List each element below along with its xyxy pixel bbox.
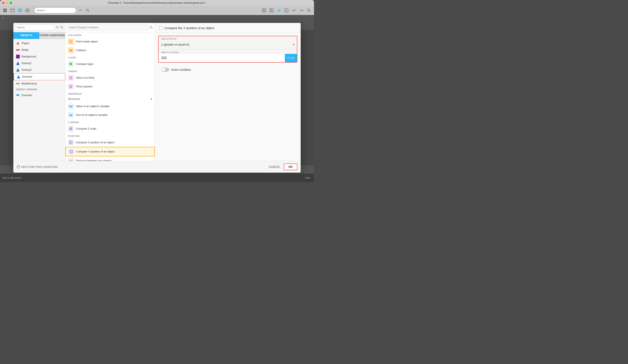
svg-point-12 bbox=[86, 9, 88, 11]
undo-icon[interactable]: ↩ bbox=[291, 7, 297, 14]
sign-value-row: ≥ (greater or equal to) ▾ bbox=[159, 40, 297, 50]
condition-distance[interactable]: Distance between two objects bbox=[65, 156, 155, 161]
condition-icon bbox=[68, 126, 74, 132]
condition-search-icon[interactable] bbox=[150, 26, 153, 29]
object-label: Bullet bbox=[22, 48, 28, 51]
minimize-button[interactable] bbox=[6, 2, 8, 4]
ok-button[interactable]: OK bbox=[284, 164, 297, 170]
object-tabs: OBJECTS OTHER CONDITIONS bbox=[13, 32, 65, 39]
filter-icon[interactable] bbox=[56, 26, 59, 29]
conditions-list: COLLISION Point inside object bbox=[65, 32, 155, 161]
global-search-icon[interactable] bbox=[306, 7, 312, 14]
svg-marker-34 bbox=[16, 68, 20, 71]
condition-search-input[interactable] bbox=[67, 25, 149, 30]
object-group-enemies[interactable]: Enemies bbox=[13, 92, 65, 99]
svg-rect-44 bbox=[71, 50, 72, 51]
toolbar-search-input[interactable] bbox=[34, 7, 76, 13]
maximize-button[interactable] bbox=[9, 2, 12, 4]
invert-toggle[interactable] bbox=[161, 68, 169, 72]
condition-timer-paused[interactable]: U Timer paused bbox=[65, 82, 155, 91]
chevron-down-icon: ▾ bbox=[151, 97, 152, 101]
save-as-icon[interactable]: + bbox=[268, 7, 275, 14]
condition-search-bar bbox=[65, 23, 155, 32]
condition-structures[interactable]: Structures ▾ bbox=[65, 96, 155, 102]
object-item-enemy2[interactable]: Enemy2 bbox=[13, 66, 65, 73]
condition-z-order[interactable]: Compare Z order bbox=[65, 124, 155, 133]
tab-objects[interactable]: OBJECTS bbox=[13, 32, 39, 39]
scenes-icon[interactable] bbox=[9, 7, 16, 14]
condition-var-text[interactable]: Var Text of an object's variable bbox=[65, 111, 155, 120]
object-label: Background bbox=[22, 55, 36, 58]
object-item-enemy3[interactable]: Enemy3 bbox=[13, 73, 65, 80]
export-icon[interactable]: ⇧ bbox=[283, 7, 290, 14]
object-search-input[interactable] bbox=[15, 25, 54, 30]
help-button[interactable]: ? HELP FOR THIS CONDITION bbox=[17, 165, 58, 169]
toolbar-search-icon[interactable] bbox=[84, 7, 91, 14]
play-icon[interactable] bbox=[17, 7, 23, 14]
sigma-icon: Σ bbox=[287, 56, 289, 60]
condition-point-inside[interactable]: Point inside object bbox=[65, 37, 155, 46]
right-header: Compare the Y position of an object. bbox=[155, 23, 301, 32]
middle-panel: COLLISION Point inside object bbox=[65, 23, 155, 161]
events-icon[interactable] bbox=[24, 7, 31, 14]
svg-point-42 bbox=[70, 41, 72, 42]
svg-text:Y: Y bbox=[70, 151, 72, 153]
tab-other-conditions[interactable]: OTHER CONDITIONS bbox=[39, 32, 65, 39]
condition-label: Compare Y position of an object bbox=[76, 150, 115, 153]
condition-icon: Var bbox=[68, 112, 74, 118]
condition-label: Timer paused bbox=[76, 85, 92, 88]
category-variables: VARIABLES bbox=[65, 91, 155, 96]
grid-icon[interactable] bbox=[2, 7, 8, 14]
add-right-button[interactable]: Add... bbox=[305, 176, 312, 179]
svg-marker-33 bbox=[16, 61, 20, 65]
condition-timer-value[interactable]: Value of a timer bbox=[65, 73, 155, 82]
category-collision: COLLISION bbox=[65, 32, 155, 37]
sign-select[interactable]: ≥ (greater or equal to) bbox=[161, 41, 291, 48]
object-item-bullet[interactable]: Bullet bbox=[13, 47, 65, 53]
condition-label: Value of an object's variable bbox=[76, 105, 109, 108]
object-item-background[interactable]: Background bbox=[13, 53, 65, 60]
traffic-lights bbox=[2, 2, 12, 4]
cancel-button[interactable]: CANCEL bbox=[265, 164, 284, 170]
condition-var-value[interactable]: Var Value of an object's variable bbox=[65, 102, 155, 111]
save-icon[interactable] bbox=[261, 7, 267, 14]
svg-rect-2 bbox=[3, 11, 5, 12]
close-button[interactable] bbox=[2, 2, 4, 4]
svg-point-23 bbox=[308, 9, 310, 11]
objects-list: Player Bullet bbox=[13, 39, 65, 161]
condition-compare-layer[interactable]: Compare layer bbox=[65, 60, 155, 68]
condition-label: Point inside object bbox=[76, 40, 98, 43]
filter-icon[interactable]: ≡ bbox=[77, 7, 83, 14]
redo-icon[interactable]: ↪ bbox=[298, 7, 305, 14]
invert-label: Invert condition bbox=[171, 68, 191, 71]
add-icon[interactable]: ⊕ bbox=[276, 7, 282, 14]
condition-y-position[interactable]: Y Compare Y position of an object bbox=[65, 147, 155, 156]
value-input-row: Σ 123 bbox=[159, 54, 297, 62]
object-item-bullet-enemy[interactable]: BulletEnemy bbox=[13, 80, 65, 87]
svg-text:⇧: ⇧ bbox=[285, 9, 287, 12]
svg-point-28 bbox=[61, 26, 63, 28]
value-field: Value to compare Σ 123 bbox=[159, 50, 297, 62]
object-item-player[interactable]: Player bbox=[13, 40, 65, 47]
condition-collision[interactable]: Collision bbox=[65, 46, 155, 55]
condition-label: Collision bbox=[76, 49, 86, 52]
modal-body: OBJECTS OTHER CONDITIONS Player bbox=[13, 23, 301, 161]
expression-button[interactable]: Σ 123 bbox=[285, 54, 297, 62]
add-event-button[interactable]: Add a new event bbox=[2, 176, 21, 179]
sign-label: Sign of the test bbox=[159, 36, 297, 40]
header-checkbox[interactable] bbox=[159, 26, 162, 30]
object-search-bar bbox=[13, 23, 65, 32]
condition-label: Text of an object's variable bbox=[76, 113, 108, 117]
value-input[interactable] bbox=[159, 54, 285, 62]
param-group: Sign of the test ≥ (greater or equal to)… bbox=[158, 36, 297, 62]
search-icon[interactable] bbox=[60, 26, 64, 29]
condition-x-position[interactable]: X Compare X position of an object bbox=[65, 138, 155, 147]
svg-rect-45 bbox=[70, 64, 72, 65]
svg-marker-35 bbox=[17, 75, 20, 78]
condition-icon: X bbox=[68, 140, 74, 145]
svg-rect-36 bbox=[16, 83, 20, 84]
svg-rect-16 bbox=[263, 10, 265, 12]
svg-line-13 bbox=[88, 11, 89, 12]
object-item-enemy1[interactable]: Enemy1 bbox=[13, 60, 65, 66]
svg-text:U: U bbox=[70, 86, 72, 88]
